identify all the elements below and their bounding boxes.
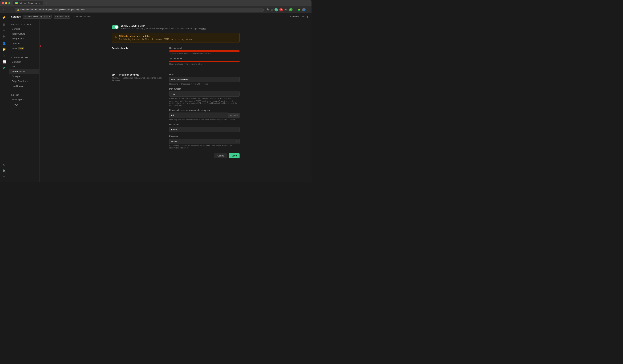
username-input[interactable]	[169, 127, 240, 132]
search-icon[interactable]: 🔍	[267, 8, 269, 11]
close-window-button[interactable]	[2, 2, 4, 4]
sidebar-item-api[interactable]: API	[9, 64, 39, 69]
sidebar-item-infrastructure[interactable]: Infrastructure	[9, 31, 39, 36]
back-button[interactable]: ‹	[2, 7, 4, 12]
sidebar-item-authentication[interactable]: Authentication	[9, 69, 39, 74]
browser-tab[interactable]: ⚡ Settings | Supabase ✕	[13, 1, 43, 5]
minimize-window-button[interactable]	[5, 2, 7, 4]
sender-email-error-bar	[169, 50, 240, 52]
port-input[interactable]	[169, 91, 240, 97]
page-title: Settings	[11, 15, 21, 18]
tab-title: Settings | Supabase	[19, 2, 37, 4]
feedback-label: Feedback	[289, 16, 299, 18]
maximize-window-button[interactable]	[8, 2, 10, 4]
sidebar-item-storage[interactable]: Storage	[9, 74, 39, 79]
sidebar-item-database[interactable]: Database	[9, 60, 39, 64]
sidebar-label-storage: Storage	[12, 75, 20, 78]
smtp-toggle[interactable]	[111, 25, 119, 29]
rail-icon-database[interactable]: 🗄	[1, 34, 7, 40]
sidebar-item-edge-functions[interactable]: Edge Functions	[9, 79, 39, 83]
sender-details-form: Sender email This is the email address t…	[169, 47, 240, 68]
sidebar-item-log-drains[interactable]: Log Drains	[9, 84, 39, 88]
org-selector[interactable]: Sharjeel-Riaz's Org Free ▾	[23, 15, 52, 19]
forward-button[interactable]: ›	[6, 7, 8, 12]
password-input[interactable]	[169, 139, 240, 144]
seconds-suffix: seconds	[228, 113, 240, 118]
sender-details-section: Sender details Sender email This is the …	[111, 47, 240, 68]
url-text: supabase.com/dashboard/project/cuzfbnlqe…	[21, 8, 85, 11]
shield-icon: 🛡	[294, 8, 296, 11]
rail-icon-settings-bottom[interactable]: ⚙	[1, 162, 7, 167]
feedback-button[interactable]: Feedback	[288, 15, 300, 19]
main-area-wrapper: Enable Custom SMTP Emails will be sent u…	[40, 20, 312, 182]
rail-icon-settings[interactable]: ⚙	[1, 65, 7, 71]
smtp-toggle-row: Enable Custom SMTP Emails will be sent u…	[111, 24, 240, 30]
rail-icon-functions[interactable]: λ	[1, 53, 7, 58]
reload-button[interactable]: ↻	[10, 7, 13, 12]
project-chevron-icon: ▾	[68, 16, 69, 18]
sidebar-item-add-ons[interactable]: Add Ons	[9, 41, 39, 46]
supabase-logo[interactable]: ⚡	[2, 15, 6, 20]
browser-menu-button[interactable]: ⋮	[306, 1, 310, 5]
show-password-button[interactable]: 👁	[236, 140, 238, 143]
rail-icon-search[interactable]: 🔍	[1, 168, 7, 174]
configuration-header: CONFIGURATION	[8, 55, 40, 59]
extensions-icon[interactable]: 🧩	[298, 8, 301, 11]
sidebar-label-database: Database	[12, 61, 22, 63]
sidebar-item-integrations[interactable]: Integrations	[9, 36, 39, 41]
star-icon[interactable]: ☆	[271, 8, 273, 11]
sender-details-desc: Sender details	[111, 47, 164, 68]
main-content: Enable Custom SMTP Emails will be sent u…	[40, 20, 312, 168]
smtp-toggle-text: Enable Custom SMTP Emails will be sent u…	[121, 24, 206, 30]
info-icon-button[interactable]: ℹ	[307, 15, 309, 19]
sidebar-label-add-ons: Add Ons	[12, 42, 21, 45]
min-interval-label: Minimum interval between emails being se…	[169, 109, 240, 111]
rail-icon-reports[interactable]: 📊	[1, 59, 7, 65]
sidebar-item-subscription[interactable]: Subscription	[9, 97, 39, 102]
rail-icon-editor[interactable]: ✎	[1, 28, 7, 33]
account-icon[interactable]: 👤	[302, 8, 306, 11]
sidebar-item-usage[interactable]: Usage	[9, 102, 39, 107]
sidebar-label-usage: Usage	[12, 103, 19, 106]
new-tab-button[interactable]: +	[44, 1, 48, 5]
email-icon-button[interactable]: ✉	[302, 15, 305, 19]
sender-email-hint: This is the email address the emails are…	[169, 52, 240, 55]
org-chevron-icon: ▾	[49, 16, 50, 18]
profile-icon-2[interactable]: R	[279, 8, 283, 11]
warning-icon: ⚠	[114, 35, 117, 38]
enable-branching-area[interactable]: ⑂ Enable branching	[74, 16, 92, 18]
sidebar-divider	[8, 52, 40, 52]
profile-icon-1[interactable]: G	[274, 8, 278, 11]
password-group: Password 👁 For security reasons, the pas…	[169, 135, 240, 149]
here-link[interactable]: here	[201, 27, 206, 30]
rail-icon-table[interactable]: ▦	[1, 21, 7, 27]
warning-box: ⚠ All fields below must be filled The fo…	[111, 33, 240, 43]
cancel-button[interactable]: Cancel	[215, 153, 227, 158]
rail-icon-storage[interactable]: 📁	[1, 46, 7, 52]
host-hint: Hostname or IP address of your SMTP serv…	[169, 83, 240, 85]
sidebar-label-log-drains: Log Drains	[12, 85, 23, 87]
project-selector[interactable]: framecast-ai ▾	[54, 15, 70, 19]
smtp-toggle-hint: Emails will be sent using your custom SM…	[121, 27, 206, 30]
sidebar-main-wrapper: PROJECT SETTINGS General Infrastructure …	[8, 20, 312, 182]
profile-icon-3[interactable]: P	[284, 8, 288, 11]
tab-close-button[interactable]: ✕	[38, 2, 41, 4]
sidebar-item-vault[interactable]: Vault BETA	[9, 46, 39, 51]
warning-text: The following fields must be filled befo…	[119, 38, 192, 40]
browser-menu-dots[interactable]: ⋮	[307, 8, 310, 11]
port-label: Port number	[169, 88, 240, 90]
sender-name-error-bar	[169, 61, 240, 62]
sidebar-item-general[interactable]: General	[9, 27, 39, 31]
save-button[interactable]: Save	[229, 153, 240, 158]
host-group: Host Hostname or IP address of your SMTP…	[169, 73, 240, 85]
browser-toolbar-icons: 🔍 ☆ G R P N 🛡 🧩 👤 ⋮	[267, 8, 310, 11]
port-hint-2: Avoid using port 25 as modern SMTP email…	[169, 100, 240, 106]
profile-icon-4[interactable]: N	[289, 8, 292, 11]
rail-icon-auth[interactable]: 👤	[1, 40, 7, 46]
min-interval-input[interactable]	[169, 113, 228, 118]
address-bar[interactable]: 🔒 supabase.com/dashboard/project/cuzfbnl…	[15, 8, 264, 12]
smtp-provider-desc-area: SMTP Provider Settings Your SMTP Credent…	[111, 73, 164, 158]
sidebar-label-subscription: Subscription	[12, 98, 24, 101]
rail-icon-help[interactable]: ?	[1, 174, 7, 180]
host-input[interactable]	[169, 77, 240, 82]
